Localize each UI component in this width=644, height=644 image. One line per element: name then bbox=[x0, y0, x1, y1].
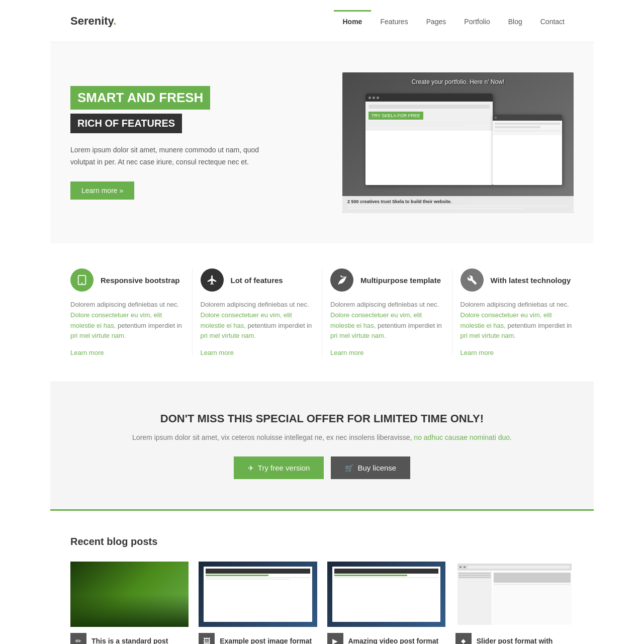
feature-item-3: Multipurpose template Dolorem adipiscing… bbox=[322, 268, 452, 356]
blog-image-1 bbox=[70, 562, 189, 627]
blog-grid: ✏ This is a standard post Lorem ipsum do… bbox=[70, 562, 574, 644]
features-section: Responsive bootstrap Dolorem adipiscing … bbox=[50, 243, 594, 382]
try-free-button[interactable]: ✈ Try free version bbox=[234, 456, 324, 479]
blog-section-title: Recent blog posts bbox=[70, 536, 574, 547]
tablet-icon bbox=[76, 274, 87, 286]
feature-header-1: Responsive bootstrap bbox=[70, 268, 184, 292]
mock-info-bar: 2 500 creatives trust Skela to build the… bbox=[342, 196, 574, 213]
feature-item-1: Responsive bootstrap Dolorem adipiscing … bbox=[70, 268, 192, 356]
nav-pages[interactable]: Pages bbox=[417, 10, 455, 32]
logo[interactable]: Serenity. bbox=[70, 15, 116, 28]
blog-image-3 bbox=[327, 562, 445, 627]
feature-text-3: Dolorem adipiscing definiebas ut nec. Do… bbox=[330, 300, 444, 341]
hero-section: SMART AND FRESH RICH OF FEATURES Lorem i… bbox=[50, 42, 594, 243]
feature-icon-1 bbox=[70, 268, 94, 292]
feature-link-2[interactable]: Learn more bbox=[201, 349, 234, 356]
feature-link-1[interactable]: Learn more bbox=[70, 349, 104, 356]
blog-post-title-3: Amazing video post format bbox=[348, 637, 439, 644]
plane-icon bbox=[207, 274, 218, 286]
offer-buttons: ✈ Try free version 🛒 Buy license bbox=[70, 456, 574, 479]
logo-text: Serenity bbox=[70, 15, 113, 27]
svg-rect-1 bbox=[81, 283, 83, 284]
blog-meta-4: ◆ Slider post format with bbox=[455, 633, 574, 644]
main-nav: Home Features Pages Portfolio Blog Conta… bbox=[334, 10, 574, 32]
blog-icon-image: 🖼 bbox=[199, 633, 215, 644]
offer-title: DON'T MISS THIS SPECIAL OFFER FOR LIMITE… bbox=[70, 412, 574, 425]
buy-license-button[interactable]: 🛒 Buy license bbox=[331, 456, 410, 479]
nav-blog[interactable]: Blog bbox=[499, 10, 531, 32]
cart-icon: 🛒 bbox=[345, 464, 353, 472]
mock-device-2 bbox=[493, 115, 562, 185]
blog-section: Recent blog posts ✏ This is a standard p… bbox=[50, 509, 594, 644]
hero-image: Create your portfolio. Here n' Now! TRY … bbox=[342, 72, 574, 213]
buy-label: Buy license bbox=[357, 464, 396, 472]
blog-meta-2: 🖼 Example post image format bbox=[199, 633, 317, 644]
feature-link-3[interactable]: Learn more bbox=[330, 349, 363, 356]
header: Serenity. Home Features Pages Portfolio … bbox=[50, 0, 594, 42]
blog-icon-video: ▶ bbox=[327, 633, 343, 644]
logo-dot: . bbox=[113, 15, 116, 27]
blog-post-3: ▶ Amazing video post format Lorem ipsum … bbox=[327, 562, 445, 644]
nav-home[interactable]: Home bbox=[334, 10, 372, 32]
hero-title-dark: RICH OF FEATURES bbox=[70, 114, 182, 133]
blog-post-title-4: Slider post format with bbox=[477, 637, 553, 644]
feature-header-2: Lot of features bbox=[201, 268, 314, 292]
blog-meta-1: ✏ This is a standard post bbox=[70, 633, 189, 644]
blog-post-4: ◆ Slider post format with bbox=[455, 562, 574, 644]
hero-image-overlay-text: Create your portfolio. Here n' Now! bbox=[412, 78, 504, 85]
blog-post-1: ✏ This is a standard post Lorem ipsum do… bbox=[70, 562, 189, 644]
feature-item-4: With latest technology Dolorem adipiscin… bbox=[452, 268, 574, 356]
hero-content: SMART AND FRESH RICH OF FEATURES Lorem i… bbox=[70, 86, 322, 200]
feature-text-2: Dolorem adipiscing definiebas ut nec. Do… bbox=[201, 300, 314, 341]
offer-section: DON'T MISS THIS SPECIAL OFFER FOR LIMITE… bbox=[50, 382, 594, 509]
feature-title-1: Responsive bootstrap bbox=[101, 276, 180, 285]
feature-item-2: Lot of features Dolorem adipiscing defin… bbox=[192, 268, 322, 356]
blog-meta-3: ▶ Amazing video post format bbox=[327, 633, 445, 644]
nav-features[interactable]: Features bbox=[371, 10, 417, 32]
blog-image-2 bbox=[199, 562, 317, 627]
blog-icon-pencil: ✏ bbox=[70, 633, 86, 644]
blog-post-2: 🖼 Example post image format Lorem ipsum … bbox=[199, 562, 317, 644]
feature-text-1: Dolorem adipiscing definiebas ut nec. Do… bbox=[70, 300, 184, 341]
feature-header-3: Multipurpose template bbox=[330, 268, 444, 292]
try-free-label: Try free version bbox=[258, 464, 310, 472]
nav-contact[interactable]: Contact bbox=[531, 10, 574, 32]
feature-title-2: Lot of features bbox=[231, 276, 283, 285]
blog-post-title-2: Example post image format bbox=[220, 637, 312, 644]
blog-post-title-1: This is a standard post bbox=[91, 637, 168, 644]
hero-title-green: SMART AND FRESH bbox=[70, 86, 210, 110]
feature-icon-2 bbox=[201, 268, 224, 292]
nav-portfolio[interactable]: Portfolio bbox=[455, 10, 499, 32]
blog-icon-slider: ◆ bbox=[455, 633, 472, 644]
plane-icon-small: ✈ bbox=[248, 464, 254, 472]
feature-title-3: Multipurpose template bbox=[360, 276, 441, 285]
learn-more-button[interactable]: Learn more » bbox=[70, 181, 134, 200]
wrench-icon bbox=[467, 275, 477, 285]
feature-text-4: Dolorem adipiscing definiebas ut nec. Do… bbox=[461, 300, 574, 341]
feature-link-4[interactable]: Learn more bbox=[461, 349, 494, 356]
blog-image-4 bbox=[455, 562, 574, 627]
leaf-icon bbox=[336, 274, 347, 286]
feature-icon-3 bbox=[330, 268, 353, 292]
feature-header-4: With latest technology bbox=[461, 268, 574, 292]
mock-device-1: TRY SKELA FOR FREE bbox=[365, 94, 493, 185]
hero-body-text: Lorem ipsum dolor sit amet, munere commo… bbox=[70, 144, 282, 168]
feature-icon-4 bbox=[461, 268, 484, 292]
offer-text: Lorem ipsum dolor sit amet, vix ceteros … bbox=[70, 433, 574, 441]
feature-title-4: With latest technology bbox=[491, 276, 571, 285]
